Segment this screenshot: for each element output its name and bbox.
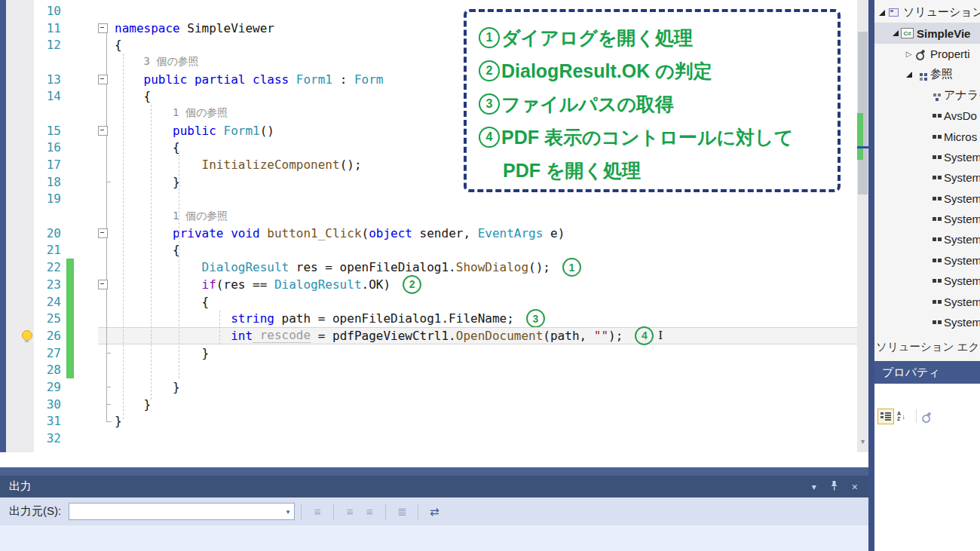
- line-body[interactable]: {: [98, 293, 857, 311]
- tree-item-simplevie[interactable]: C#SimpleVie: [874, 23, 980, 43]
- solution-explorer-tab[interactable]: ソリューション エクス: [874, 337, 980, 357]
- code-text[interactable]: public Form1(): [115, 124, 274, 138]
- code-text[interactable]: InitializeComponent();: [115, 158, 362, 172]
- code-text[interactable]: 1 個の参照: [115, 209, 228, 223]
- code-text[interactable]: {: [115, 243, 180, 257]
- code-text[interactable]: }: [115, 175, 180, 189]
- close-icon[interactable]: ×: [852, 481, 858, 493]
- code-line-29[interactable]: 29 }: [6, 378, 857, 396]
- code-text[interactable]: if(res == DialogResult.OK)2: [115, 275, 421, 294]
- tree-item-micros[interactable]: Micros: [874, 126, 980, 146]
- tree-item-avsdo[interactable]: AvsDo: [874, 106, 980, 126]
- code-text[interactable]: {: [115, 89, 151, 103]
- fold-collapse-box[interactable]: [98, 75, 108, 84]
- token-pln: ();: [528, 260, 550, 274]
- vertical-scrollbar[interactable]: ▾: [857, 0, 868, 452]
- fold-collapse-box[interactable]: [98, 228, 108, 238]
- code-text[interactable]: public partial class Form1 : Form: [115, 72, 383, 87]
- output-panel-header[interactable]: 出力 ▾ ×: [0, 476, 868, 497]
- line-body[interactable]: [98, 430, 857, 447]
- code-text[interactable]: 1 個の参照: [115, 106, 228, 121]
- code-text[interactable]: 3 個の参照: [115, 55, 199, 69]
- tree-item-system[interactable]: System: [874, 167, 980, 188]
- line-body[interactable]: }: [98, 378, 857, 396]
- code-line-24[interactable]: 24 {: [6, 293, 857, 311]
- expanded-arrow-icon[interactable]: [876, 10, 887, 16]
- tree-item-system[interactable]: System: [874, 229, 980, 249]
- property-pages-icon[interactable]: [923, 412, 931, 420]
- code-text[interactable]: {: [115, 295, 209, 309]
- code-line-32[interactable]: 32: [6, 430, 857, 447]
- code-text[interactable]: DialogResult res = openFileDialog1.ShowD…: [115, 258, 581, 277]
- prev-message-icon[interactable]: ≡: [340, 504, 360, 520]
- tree-item--[interactable]: 参照: [874, 64, 980, 84]
- fold-collapse-box[interactable]: [98, 23, 108, 33]
- fold-collapse-box[interactable]: [98, 126, 108, 136]
- code-line-22[interactable]: 22 DialogResult res = openFileDialog1.Sh…: [6, 259, 857, 276]
- code-line-27[interactable]: 27 }: [6, 344, 857, 362]
- code-text[interactable]: namespace SimpleViewer: [115, 21, 274, 35]
- token-kw: object: [369, 226, 412, 240]
- code-line-30[interactable]: 30 }: [6, 396, 857, 413]
- next-message-icon[interactable]: ≡: [360, 504, 379, 520]
- tree-item-system[interactable]: System: [874, 271, 980, 291]
- line-body[interactable]: DialogResult res = openFileDialog1.ShowD…: [98, 259, 857, 276]
- properties-panel-header[interactable]: プロパティ: [874, 361, 980, 384]
- code-text[interactable]: {: [115, 38, 122, 52]
- code-text[interactable]: }: [115, 414, 122, 428]
- code-line-19[interactable]: 19: [6, 191, 857, 208]
- code-line-25[interactable]: 25 string path = openFileDialog1.FileNam…: [6, 310, 857, 327]
- line-body[interactable]: [98, 191, 857, 208]
- codelens-row[interactable]: 1 個の参照: [6, 207, 857, 225]
- code-line-20[interactable]: 20 private void button1_Click(object sen…: [6, 225, 857, 242]
- current-line-highlight[interactable]: int rescode = pdfPageViewCtrl1.OpenDocum…: [98, 327, 857, 344]
- alphabetical-sort-icon[interactable]: AZ↓: [897, 411, 905, 421]
- scrollbar-down-arrow-icon[interactable]: ▾: [857, 437, 868, 445]
- line-body[interactable]: [98, 361, 857, 378]
- code-line-23[interactable]: 23 if(res == DialogResult.OK)2: [6, 276, 857, 293]
- output-content[interactable]: [0, 525, 868, 551]
- pin-icon[interactable]: [830, 480, 838, 493]
- line-body[interactable]: 1 個の参照: [98, 207, 857, 225]
- fold-collapse-box[interactable]: [98, 280, 108, 289]
- tree-item-system[interactable]: System: [874, 291, 980, 311]
- tree-item-system[interactable]: System: [874, 147, 980, 167]
- tree-item--[interactable]: アナライ: [874, 85, 980, 106]
- line-body[interactable]: {: [98, 242, 857, 259]
- expanded-arrow-icon[interactable]: [890, 30, 901, 36]
- code-text[interactable]: }: [115, 397, 151, 412]
- code-text[interactable]: }: [115, 346, 209, 360]
- collapsed-arrow-icon[interactable]: ▷: [903, 50, 914, 58]
- changed-line-bar: [66, 310, 74, 327]
- code-line-26[interactable]: 26 int rescode = pdfPageViewCtrl1.OpenDo…: [6, 327, 857, 344]
- code-text[interactable]: int rescode = pdfPageViewCtrl1.OpenDocum…: [115, 326, 663, 345]
- code-line-28[interactable]: 28: [6, 361, 857, 378]
- tree-item-system[interactable]: System: [874, 209, 980, 229]
- code-line-31[interactable]: 31}: [6, 413, 857, 430]
- code-text[interactable]: private void button1_Click(object sender…: [115, 226, 565, 240]
- tree-item-properti[interactable]: ▷Properti: [874, 44, 980, 64]
- categorized-view-icon[interactable]: [877, 409, 894, 424]
- goto-message-icon[interactable]: ≡: [308, 504, 327, 520]
- window-position-icon[interactable]: ▾: [812, 482, 816, 492]
- code-text[interactable]: {: [115, 140, 180, 155]
- line-body[interactable]: }: [98, 413, 857, 430]
- token-pln: = pdfPageViewCtrl1.: [311, 329, 456, 343]
- tree-item-system[interactable]: System: [874, 250, 980, 271]
- code-line-21[interactable]: 21 {: [6, 242, 857, 259]
- tree-item-system[interactable]: System: [874, 312, 980, 332]
- output-source-combo[interactable]: ▾: [69, 503, 295, 520]
- line-body[interactable]: if(res == DialogResult.OK)2: [98, 276, 857, 293]
- tree-item-system[interactable]: System: [874, 188, 980, 209]
- code-text[interactable]: }: [115, 380, 180, 394]
- line-body[interactable]: string path = openFileDialog1.FileName;3: [98, 310, 857, 327]
- tree-item--s[interactable]: ソリューション 'S: [874, 2, 980, 23]
- expanded-arrow-icon[interactable]: [903, 72, 914, 78]
- line-body[interactable]: }: [98, 396, 857, 413]
- lightbulb-icon[interactable]: [22, 330, 32, 341]
- clear-output-icon[interactable]: ≣: [392, 504, 412, 520]
- panel-separator[interactable]: [868, 0, 874, 551]
- line-body[interactable]: }: [98, 344, 857, 362]
- word-wrap-icon[interactable]: ⇄: [424, 504, 444, 520]
- line-body[interactable]: private void button1_Click(object sender…: [98, 225, 857, 242]
